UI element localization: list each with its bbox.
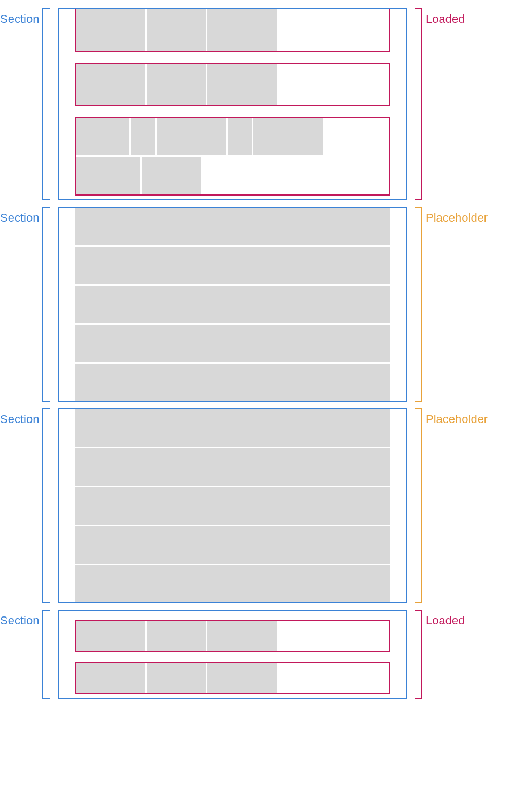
loaded-subrow: [76, 157, 389, 194]
placeholder-label-2: Placeholder: [412, 408, 508, 603]
placeholder-row: [75, 565, 390, 603]
placeholder-row: [75, 364, 390, 401]
placeholder-row: [75, 247, 390, 284]
diagram-root: Section Section Section Section: [0, 8, 508, 699]
loaded-label-text: Loaded: [426, 610, 465, 628]
loaded-label-1: Loaded: [412, 8, 508, 200]
cell: [207, 9, 277, 51]
placeholder-label-text: Placeholder: [426, 207, 488, 225]
content-column: [53, 8, 412, 699]
right-label-column: Loaded Placeholder Placeholder Loaded: [412, 8, 508, 699]
cell: [76, 663, 145, 693]
placeholder-row: [75, 448, 390, 486]
placeholder-row: [75, 286, 390, 323]
section-placeholder-2: [58, 408, 407, 603]
cell: [207, 663, 277, 693]
loaded-subrow: [76, 118, 389, 155]
cell: [253, 118, 323, 155]
section-label-3: Section: [0, 408, 53, 603]
section-label-2: Section: [0, 207, 53, 402]
loaded-label-2: Loaded: [412, 610, 508, 699]
placeholder-row: [75, 208, 390, 245]
cell: [76, 64, 145, 105]
section-label-text: Section: [0, 207, 39, 225]
loaded-label-text: Loaded: [426, 8, 465, 26]
cell: [76, 118, 129, 155]
loaded-row: [75, 63, 390, 106]
placeholder-row: [75, 487, 390, 525]
cell: [142, 157, 201, 194]
placeholder-label-1: Placeholder: [412, 207, 508, 402]
cell: [76, 621, 145, 651]
cell: [147, 9, 206, 51]
placeholder-row: [75, 409, 390, 447]
cell: [228, 118, 252, 155]
loaded-row: [75, 8, 390, 52]
cell: [76, 157, 140, 194]
cell: [147, 64, 206, 105]
cell: [207, 621, 277, 651]
left-label-column: Section Section Section Section: [0, 8, 53, 699]
section-loaded-1: [58, 8, 407, 200]
section-label-4: Section: [0, 610, 53, 699]
cell: [157, 118, 226, 155]
cell: [207, 64, 277, 105]
section-label-text: Section: [0, 408, 39, 426]
section-placeholder-1: [58, 207, 407, 402]
section-label-text: Section: [0, 610, 39, 628]
section-label-text: Section: [0, 8, 39, 26]
loaded-row: [75, 662, 390, 694]
loaded-row: [75, 620, 390, 652]
placeholder-row: [75, 526, 390, 564]
placeholder-row: [75, 325, 390, 362]
section-loaded-2: [58, 610, 407, 699]
section-label-1: Section: [0, 8, 53, 200]
loaded-row-multi: [75, 117, 390, 196]
cell: [147, 621, 206, 651]
placeholder-label-text: Placeholder: [426, 408, 488, 426]
cell: [76, 9, 145, 51]
cell: [131, 118, 155, 155]
cell: [147, 663, 206, 693]
